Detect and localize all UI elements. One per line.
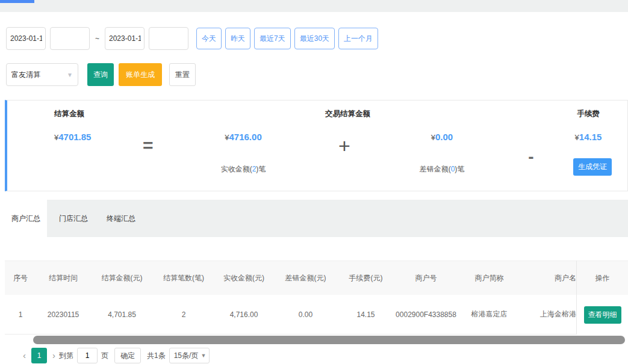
cell-fee: 14.15: [337, 295, 394, 334]
error-count-label: 差错金额(0)笔: [397, 164, 487, 174]
current-page-button[interactable]: 1: [31, 348, 47, 363]
generate-voucher-button[interactable]: 生成凭证: [573, 158, 612, 176]
horizontal-scrollbar[interactable]: [33, 336, 625, 344]
reset-button[interactable]: 重置: [169, 63, 196, 86]
cell-merchant-id: 0002900F4338858: [394, 295, 458, 334]
next-page-button[interactable]: ›: [52, 348, 55, 363]
cell-settle-count: 2: [154, 295, 214, 334]
channel-select[interactable]: 富友清算 ▼: [6, 63, 78, 86]
start-date-input[interactable]: [6, 27, 46, 50]
table-row: 1 20230115 4,701.85 2 4,716.00 0.00 14.1…: [5, 295, 628, 335]
cell-index: 1: [5, 295, 36, 334]
summary-tabs: 商户汇总 门店汇总 终端汇总: [5, 200, 628, 237]
prev-page-button[interactable]: ‹: [23, 348, 26, 363]
end-time-input[interactable]: [149, 27, 188, 50]
equals-sign: =: [143, 135, 154, 156]
settle-amount-value: ¥4701.85: [54, 132, 91, 142]
cell-error-amount: 0.00: [274, 295, 337, 334]
settle-amount-label: 结算金额: [54, 109, 84, 119]
col-header-error-amount: 差错金额(元): [274, 261, 337, 295]
top-strip: [0, 0, 628, 12]
end-date-input[interactable]: [105, 27, 145, 50]
col-header-action: 操作: [577, 261, 628, 295]
received-count-label: 实收金额(2)笔: [198, 164, 288, 174]
active-tab-indicator: [0, 0, 34, 3]
action-column: 操作 查看明细: [576, 261, 628, 335]
query-button[interactable]: 查询: [87, 63, 114, 86]
goto-confirm-button[interactable]: 确定: [114, 348, 141, 363]
quick-today-button[interactable]: 今天: [196, 28, 222, 49]
chevron-down-icon: ▼: [201, 348, 206, 363]
received-amount-value: ¥4716.00: [198, 132, 288, 142]
cell-merchant-short-name: 榕港嘉定店: [458, 295, 521, 334]
view-detail-button[interactable]: 查看明细: [584, 306, 621, 324]
settlement-summary-panel: 结算金额 ¥4701.85 = 交易结算金额 ¥4716.00 实收金额(2)笔…: [5, 100, 628, 191]
fee-label: 手续费: [558, 109, 618, 119]
cell-received-amount: 4,716.00: [214, 295, 274, 334]
chevron-down-icon: ▼: [67, 72, 73, 78]
page-size-select[interactable]: 15条/页 ▼: [169, 348, 210, 363]
quick-yesterday-button[interactable]: 昨天: [225, 28, 250, 49]
col-header-index: 序号: [5, 261, 36, 295]
plus-sign: +: [335, 134, 353, 158]
bill-generate-button[interactable]: 账单生成: [119, 63, 162, 86]
total-count-label: 共1条: [147, 348, 166, 363]
cell-settle-amount: 4,701.85: [90, 295, 154, 334]
col-header-settle-amount: 结算金额(元): [90, 261, 154, 295]
goto-page-input[interactable]: [77, 348, 98, 363]
channel-select-value: 富友清算: [11, 70, 40, 80]
quick-last7days-button[interactable]: 最近7天: [254, 28, 291, 49]
tab-terminal-summary[interactable]: 终端汇总: [100, 200, 142, 237]
col-header-merchant-id: 商户号: [394, 261, 458, 295]
action-cell: 查看明细: [577, 295, 628, 335]
col-header-settle-time: 结算时间: [36, 261, 90, 295]
tab-store-summary[interactable]: 门店汇总: [52, 200, 95, 237]
settlement-page: ~ 今天 昨天 最近7天 最近30天 上一个月 富友清算 ▼ 查询 账单生成 重…: [0, 0, 628, 364]
col-header-merchant-short-name: 商户简称: [458, 261, 521, 295]
minus-sign: -: [522, 147, 540, 167]
cell-settle-time: 20230115: [36, 295, 90, 334]
trade-settle-label: 交易结算金额: [325, 109, 370, 119]
page-size-value: 15条/页: [174, 351, 199, 360]
goto-page-suffix: 页: [101, 348, 108, 363]
action-filter-row: 富友清算 ▼ 查询 账单生成 重置: [6, 63, 196, 86]
tab-merchant-summary[interactable]: 商户汇总: [5, 200, 47, 237]
table-header-row: 序号 结算时间 结算金额(元) 结算笔数(笔) 实收金额(元) 差错金额(元) …: [5, 261, 628, 295]
quick-last30days-button[interactable]: 最近30天: [294, 28, 335, 49]
error-amount-value: ¥0.00: [397, 132, 487, 142]
date-range-separator: ~: [95, 34, 99, 43]
fee-amount-value: ¥14.15: [558, 132, 618, 142]
pagination: ‹ 1 › 到第 页 确定 共1条 15条/页 ▼: [23, 348, 210, 364]
col-header-fee: 手续费(元): [337, 261, 394, 295]
date-filter-row: ~ 今天 昨天 最近7天 最近30天 上一个月: [6, 27, 378, 50]
quick-lastmonth-button[interactable]: 上一个月: [338, 28, 378, 49]
start-time-input[interactable]: [50, 27, 90, 50]
col-header-received-amount: 实收金额(元): [214, 261, 274, 295]
col-header-settle-count: 结算笔数(笔): [154, 261, 214, 295]
goto-page-prefix: 到第: [59, 348, 73, 363]
